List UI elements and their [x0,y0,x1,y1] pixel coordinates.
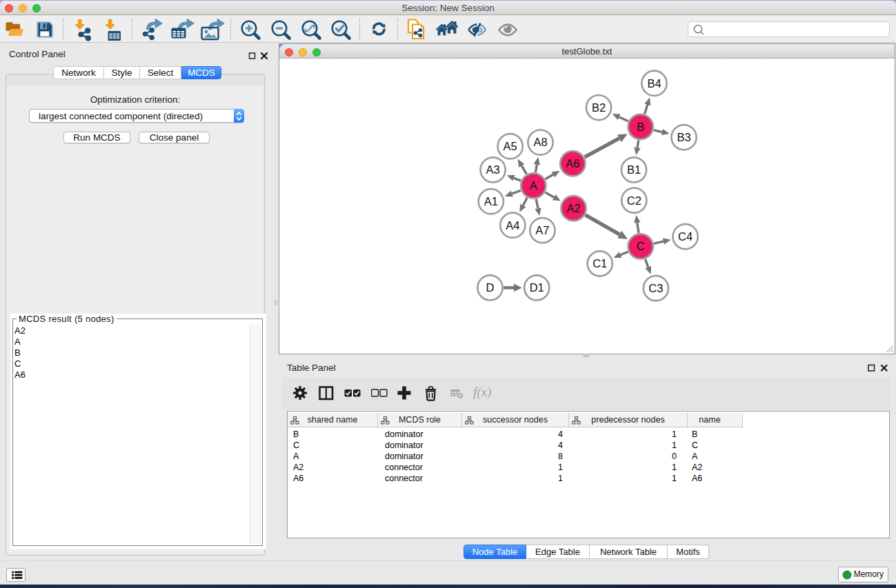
svg-text:A1: A1 [484,195,498,207]
svg-text:C4: C4 [678,230,693,243]
svg-text:A6: A6 [566,157,579,170]
svg-text:B2: B2 [592,101,606,114]
svg-text:A: A [530,179,537,192]
svg-text:D1: D1 [530,281,544,294]
svg-text:C: C [637,240,645,252]
svg-text:A7: A7 [535,224,549,236]
svg-text:A3: A3 [486,163,500,176]
svg-text:C1: C1 [593,257,607,270]
svg-text:C2: C2 [627,194,641,207]
svg-text:A4: A4 [506,219,519,232]
svg-text:A8: A8 [533,136,547,148]
svg-text:D: D [486,281,495,294]
svg-text:B: B [637,121,644,133]
svg-text:C3: C3 [648,282,663,294]
svg-text:B1: B1 [627,163,641,176]
svg-text:B4: B4 [647,77,661,90]
svg-text:B3: B3 [677,131,690,143]
svg-text:A5: A5 [504,140,517,152]
svg-text:A2: A2 [566,202,580,214]
